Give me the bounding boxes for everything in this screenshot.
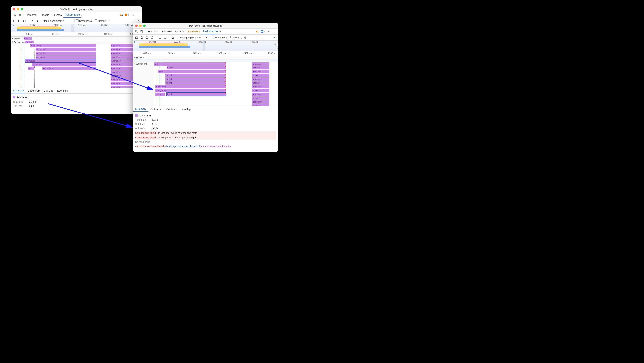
download-icon[interactable] [163,36,167,40]
animations-track-header[interactable]: Animations imation [11,40,142,44]
flame-bar[interactable]: transform [252,100,270,104]
flame-bar[interactable]: height [165,74,226,77]
time-ruler[interactable]: 482 ms 982 ms 1482 ms 1982 ms 2482 ms 29… [133,51,278,56]
flame-bar[interactable]: Animation [32,63,96,66]
flame-bar[interactable]: opacity [252,81,270,85]
titlebar[interactable]: DevTools - fonts.google.com/ [11,6,142,12]
minimize-icon[interactable] [17,8,19,10]
trash-icon[interactable] [107,19,112,23]
tab-elements[interactable]: Elements [24,12,38,18]
maximize-icon[interactable] [21,8,23,10]
device-icon[interactable] [140,30,144,34]
overview-handle[interactable] [71,24,74,32]
animations-track-header[interactable]: Animations [133,62,154,106]
minimize-icon[interactable] [139,25,142,27]
perf-settings-icon[interactable] [136,19,141,23]
tab-calltree[interactable]: Call tree [42,88,55,93]
target-select[interactable]: fonts.google.com #1▾ [178,36,208,39]
tab-network[interactable]: Network [186,29,202,35]
flame-bar[interactable]: transform [252,78,270,81]
collapsed-indicator[interactable]: … [133,59,278,62]
warnings-badge[interactable]: 1 [256,30,260,33]
flame-bar[interactable]: opacity [252,89,270,92]
tab-eventlog[interactable]: Event log [55,88,70,93]
network-track-header[interactable]: Network [133,56,278,59]
tab-calltree[interactable]: Call tree [164,106,178,112]
flame-bar[interactable]: opacity [252,104,270,106]
record-icon[interactable] [140,36,144,40]
flame-bar[interactable]: height [165,78,226,81]
close-icon[interactable] [135,25,138,27]
more-tabs-icon[interactable]: » [220,30,221,33]
more-tabs-icon[interactable]: » [81,13,83,16]
pause-overview-icon[interactable]: ❚❚ [134,41,136,43]
tab-performance[interactable]: Performance [64,12,81,18]
overview-minimap[interactable]: ❚❚ 996 ms 1996 ms 2996 ms 3996 ms 4996 m… [11,24,142,32]
sidebar-toggle-icon[interactable] [134,36,139,40]
tab-summary[interactable]: Summary [11,88,26,93]
overview-handle[interactable] [203,41,205,51]
overview-minimap[interactable]: ❚❚ 982 ms 1982 ms 2982 ms 3982 ms 4982 m… [133,41,278,51]
flame-bar[interactable]: opacity [252,74,270,77]
home-icon[interactable] [171,36,175,40]
trash-icon[interactable] [243,36,247,40]
network-track-header[interactable]: Network tSe… [11,37,142,40]
clear-icon[interactable] [22,19,27,23]
flame-bar[interactable]: left [154,62,226,66]
flame-bar[interactable]: Animation [36,48,96,51]
flame-bar[interactable]: Animation [36,55,96,59]
flame-bar-selected[interactable]: Animation [25,59,96,63]
flame-bar[interactable]: Animation [42,67,96,70]
settings-icon[interactable] [266,30,271,34]
time-ruler[interactable]: 496 ms 996 ms 1496 ms 1996 ms 2496 [11,32,142,37]
tab-console[interactable]: Console [38,12,51,18]
upload-icon[interactable] [30,19,34,23]
upload-icon[interactable] [158,36,162,40]
pause-overview-icon[interactable]: ❚❚ [11,24,13,27]
tab-elements[interactable]: Elements [147,29,160,35]
flame-bar[interactable]: t…m [156,93,165,96]
reload-icon[interactable] [17,19,22,23]
flame-bar[interactable]: transform [252,85,270,88]
screenshots-checkbox[interactable]: Screenshots [76,19,92,22]
flame-bar[interactable]: A…n [28,67,34,70]
network-item[interactable]: tSe… [24,37,32,40]
inspect-icon[interactable] [134,30,139,34]
memory-checkbox[interactable]: Memory [95,19,106,22]
tab-sources[interactable]: Sources [173,29,186,35]
flame-bar[interactable]: margin-left [156,89,226,92]
tab-console[interactable]: Console [160,29,173,35]
tab-performance[interactable]: Performance [201,29,219,35]
inspect-icon[interactable] [12,13,16,17]
related-node-link[interactable]: mat-expansion-panel-header#mat-expansion… [135,144,276,148]
flame-bar[interactable]: height [158,70,226,73]
clear-icon[interactable] [150,36,154,40]
download-icon[interactable] [35,19,40,23]
target-select[interactable]: fonts.google.com #1▾ [43,20,73,22]
record-icon[interactable] [12,19,16,23]
tab-eventlog[interactable]: Event log [178,106,192,112]
flame-bar[interactable]: Animation [30,44,96,47]
flame-bar[interactable]: opacity [252,96,270,100]
flame-chart[interactable]: left height height height height height … [154,62,278,106]
memory-checkbox[interactable]: Memory [230,36,242,39]
kebab-icon[interactable]: ⋮ [272,30,276,34]
tab-bottomup[interactable]: Bottom-up [148,106,164,112]
reload-icon[interactable] [145,36,149,40]
flame-bar[interactable]: transform [252,62,270,66]
issues-badge[interactable]: 1 [125,14,129,16]
device-icon[interactable] [17,13,22,17]
screenshots-checkbox[interactable]: Screenshots [212,36,228,39]
close-icon[interactable] [13,8,15,10]
flame-bar[interactable]: height [166,66,226,70]
tab-summary[interactable]: Summary [133,106,148,112]
flame-bar[interactable]: transform [252,70,270,73]
flame-bar[interactable]: opacity [252,66,270,70]
kebab-icon[interactable]: ⋮ [136,13,140,17]
flame-bar[interactable]: transform [252,93,270,96]
warnings-badge[interactable]: 2 [120,14,124,16]
flame-bar-selected[interactable]: height [166,93,226,96]
settings-icon[interactable] [130,13,135,17]
flame-chart[interactable]: Animation Animation Animation Animation … [11,44,142,88]
flame-bar[interactable]: height [165,81,226,85]
